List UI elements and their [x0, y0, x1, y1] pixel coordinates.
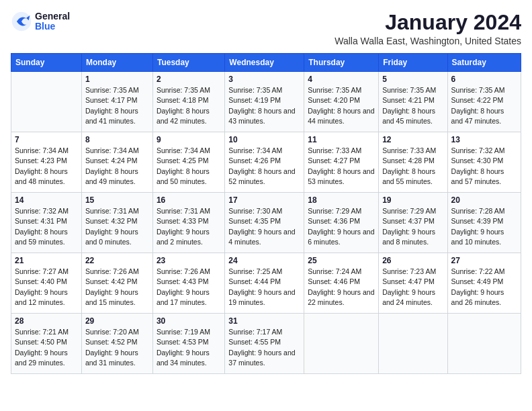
weekday-header-wednesday: Wednesday	[225, 54, 304, 72]
day-number: 24	[228, 256, 300, 265]
week-row-3: 14Sunrise: 7:32 AMSunset: 4:31 PMDayligh…	[11, 193, 521, 253]
day-number: 27	[451, 256, 517, 265]
calendar-cell	[447, 314, 521, 374]
calendar-cell: 12Sunrise: 7:33 AMSunset: 4:28 PMDayligh…	[379, 132, 447, 193]
day-info: Sunrise: 7:26 AMSunset: 4:42 PMDaylight:…	[85, 267, 149, 308]
day-info: Sunrise: 7:35 AMSunset: 4:20 PMDaylight:…	[308, 85, 375, 126]
day-info: Sunrise: 7:25 AMSunset: 4:44 PMDaylight:…	[228, 267, 300, 308]
calendar-cell: 3Sunrise: 7:35 AMSunset: 4:19 PMDaylight…	[225, 72, 304, 132]
day-number: 16	[157, 195, 221, 205]
calendar-cell: 20Sunrise: 7:28 AMSunset: 4:39 PMDayligh…	[447, 193, 521, 253]
day-info: Sunrise: 7:23 AMSunset: 4:47 PMDaylight:…	[382, 267, 443, 308]
calendar-cell: 11Sunrise: 7:33 AMSunset: 4:27 PMDayligh…	[304, 132, 379, 193]
day-number: 5	[382, 75, 443, 84]
day-info: Sunrise: 7:34 AMSunset: 4:26 PMDaylight:…	[228, 146, 300, 187]
calendar-cell: 5Sunrise: 7:35 AMSunset: 4:21 PMDaylight…	[379, 72, 447, 132]
page-header: General Blue January 2024 Walla Walla Ea…	[11, 11, 521, 46]
day-info: Sunrise: 7:34 AMSunset: 4:25 PMDaylight:…	[157, 146, 221, 187]
day-number: 21	[15, 256, 78, 265]
week-row-5: 28Sunrise: 7:21 AMSunset: 4:50 PMDayligh…	[11, 314, 521, 374]
day-info: Sunrise: 7:19 AMSunset: 4:53 PMDaylight:…	[157, 327, 221, 368]
logo-general: General	[35, 11, 70, 21]
week-row-1: 1Sunrise: 7:35 AMSunset: 4:17 PMDaylight…	[11, 72, 521, 132]
day-number: 9	[157, 135, 221, 144]
day-info: Sunrise: 7:26 AMSunset: 4:43 PMDaylight:…	[157, 267, 221, 308]
calendar-cell: 30Sunrise: 7:19 AMSunset: 4:53 PMDayligh…	[152, 314, 224, 374]
day-info: Sunrise: 7:32 AMSunset: 4:30 PMDaylight:…	[451, 146, 517, 187]
calendar-cell: 21Sunrise: 7:27 AMSunset: 4:40 PMDayligh…	[11, 253, 82, 314]
logo-icon	[11, 11, 32, 32]
day-info: Sunrise: 7:35 AMSunset: 4:17 PMDaylight:…	[85, 85, 149, 126]
day-number: 13	[451, 135, 517, 144]
day-number: 1	[85, 75, 149, 84]
calendar-cell: 2Sunrise: 7:35 AMSunset: 4:18 PMDaylight…	[152, 72, 224, 132]
day-info: Sunrise: 7:22 AMSunset: 4:49 PMDaylight:…	[451, 267, 517, 308]
calendar-cell: 19Sunrise: 7:29 AMSunset: 4:37 PMDayligh…	[379, 193, 447, 253]
day-number: 18	[308, 195, 375, 205]
day-number: 6	[451, 75, 517, 84]
logo-blue: Blue	[35, 21, 70, 32]
calendar-cell: 1Sunrise: 7:35 AMSunset: 4:17 PMDaylight…	[81, 72, 152, 132]
day-number: 31	[228, 316, 300, 326]
day-info: Sunrise: 7:27 AMSunset: 4:40 PMDaylight:…	[15, 267, 78, 308]
day-number: 30	[157, 316, 221, 326]
day-info: Sunrise: 7:35 AMSunset: 4:22 PMDaylight:…	[451, 85, 517, 126]
calendar-cell: 25Sunrise: 7:24 AMSunset: 4:46 PMDayligh…	[304, 253, 379, 314]
day-number: 14	[15, 195, 78, 205]
day-info: Sunrise: 7:34 AMSunset: 4:23 PMDaylight:…	[15, 146, 78, 187]
calendar-cell: 7Sunrise: 7:34 AMSunset: 4:23 PMDaylight…	[11, 132, 82, 193]
calendar-cell	[11, 72, 82, 132]
day-number: 20	[451, 195, 517, 205]
day-info: Sunrise: 7:30 AMSunset: 4:35 PMDaylight:…	[228, 206, 300, 247]
calendar-cell: 17Sunrise: 7:30 AMSunset: 4:35 PMDayligh…	[225, 193, 304, 253]
calendar-cell: 10Sunrise: 7:34 AMSunset: 4:26 PMDayligh…	[225, 132, 304, 193]
day-info: Sunrise: 7:35 AMSunset: 4:21 PMDaylight:…	[382, 85, 443, 126]
day-number: 7	[15, 135, 78, 144]
weekday-header-tuesday: Tuesday	[152, 54, 224, 72]
day-number: 4	[308, 75, 375, 84]
weekday-header-row: SundayMondayTuesdayWednesdayThursdayFrid…	[11, 54, 521, 72]
calendar-cell: 22Sunrise: 7:26 AMSunset: 4:42 PMDayligh…	[81, 253, 152, 314]
calendar-cell: 23Sunrise: 7:26 AMSunset: 4:43 PMDayligh…	[152, 253, 224, 314]
day-info: Sunrise: 7:35 AMSunset: 4:18 PMDaylight:…	[157, 85, 221, 126]
day-info: Sunrise: 7:24 AMSunset: 4:46 PMDaylight:…	[308, 267, 375, 308]
day-number: 8	[85, 135, 149, 144]
weekday-header-friday: Friday	[379, 54, 447, 72]
weekday-header-thursday: Thursday	[304, 54, 379, 72]
day-number: 29	[85, 316, 149, 326]
day-number: 15	[85, 195, 149, 205]
week-row-4: 21Sunrise: 7:27 AMSunset: 4:40 PMDayligh…	[11, 253, 521, 314]
calendar-cell: 15Sunrise: 7:31 AMSunset: 4:32 PMDayligh…	[81, 193, 152, 253]
day-number: 19	[382, 195, 443, 205]
title-block: January 2024 Walla Walla East, Washingto…	[335, 11, 521, 46]
day-number: 22	[85, 256, 149, 265]
day-number: 23	[157, 256, 221, 265]
calendar-cell: 14Sunrise: 7:32 AMSunset: 4:31 PMDayligh…	[11, 193, 82, 253]
calendar-cell: 29Sunrise: 7:20 AMSunset: 4:52 PMDayligh…	[81, 314, 152, 374]
day-info: Sunrise: 7:32 AMSunset: 4:31 PMDaylight:…	[15, 206, 78, 247]
day-info: Sunrise: 7:31 AMSunset: 4:32 PMDaylight:…	[85, 206, 149, 247]
calendar-cell: 6Sunrise: 7:35 AMSunset: 4:22 PMDaylight…	[447, 72, 521, 132]
calendar-cell: 9Sunrise: 7:34 AMSunset: 4:25 PMDaylight…	[152, 132, 224, 193]
logo-text: General Blue	[35, 11, 70, 32]
calendar-table: SundayMondayTuesdayWednesdayThursdayFrid…	[11, 53, 521, 374]
calendar-cell: 27Sunrise: 7:22 AMSunset: 4:49 PMDayligh…	[447, 253, 521, 314]
day-info: Sunrise: 7:21 AMSunset: 4:50 PMDaylight:…	[15, 327, 78, 368]
calendar-cell: 18Sunrise: 7:29 AMSunset: 4:36 PMDayligh…	[304, 193, 379, 253]
calendar-cell: 28Sunrise: 7:21 AMSunset: 4:50 PMDayligh…	[11, 314, 82, 374]
calendar-cell	[379, 314, 447, 374]
location: Walla Walla East, Washington, United Sta…	[335, 36, 521, 46]
day-info: Sunrise: 7:31 AMSunset: 4:33 PMDaylight:…	[157, 206, 221, 247]
day-info: Sunrise: 7:33 AMSunset: 4:28 PMDaylight:…	[382, 146, 443, 187]
calendar-cell: 24Sunrise: 7:25 AMSunset: 4:44 PMDayligh…	[225, 253, 304, 314]
day-info: Sunrise: 7:33 AMSunset: 4:27 PMDaylight:…	[308, 146, 375, 187]
week-row-2: 7Sunrise: 7:34 AMSunset: 4:23 PMDaylight…	[11, 132, 521, 193]
day-number: 2	[157, 75, 221, 84]
calendar-cell: 16Sunrise: 7:31 AMSunset: 4:33 PMDayligh…	[152, 193, 224, 253]
calendar-cell: 31Sunrise: 7:17 AMSunset: 4:55 PMDayligh…	[225, 314, 304, 374]
calendar-cell	[304, 314, 379, 374]
day-info: Sunrise: 7:29 AMSunset: 4:36 PMDaylight:…	[308, 206, 375, 247]
day-number: 11	[308, 135, 375, 144]
day-info: Sunrise: 7:35 AMSunset: 4:19 PMDaylight:…	[228, 85, 300, 126]
day-number: 26	[382, 256, 443, 265]
